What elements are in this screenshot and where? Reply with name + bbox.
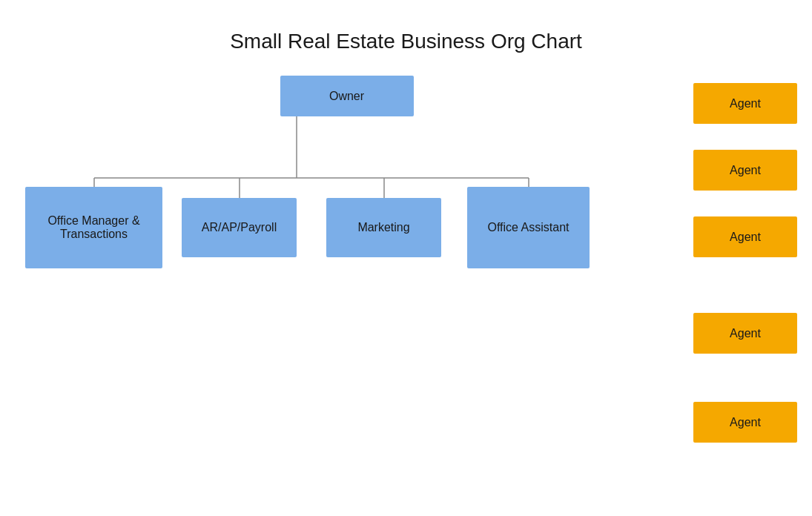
agent-node-5: Agent [693, 402, 797, 443]
marketing-node: Marketing [326, 198, 441, 257]
office-assistant-node: Office Assistant [467, 187, 590, 268]
connector-lines [0, 76, 812, 510]
agent-node-4: Agent [693, 313, 797, 354]
office-manager-node: Office Manager & Transactions [25, 187, 162, 268]
arap-label: AR/AP/Payroll [202, 221, 277, 234]
owner-node: Owner [280, 76, 414, 116]
marketing-label: Marketing [357, 221, 409, 234]
agent-node-3: Agent [693, 216, 797, 257]
page-title: Small Real Estate Business Org Chart [0, 0, 812, 76]
agent-label-5: Agent [730, 416, 761, 429]
office-assistant-label: Office Assistant [488, 221, 570, 234]
agent-node-1: Agent [693, 83, 797, 124]
agent-label-3: Agent [730, 231, 761, 244]
office-manager-label: Office Manager & Transactions [25, 214, 162, 241]
agent-label-1: Agent [730, 97, 761, 110]
arap-node: AR/AP/Payroll [182, 198, 297, 257]
agent-label-2: Agent [730, 164, 761, 177]
agent-node-2: Agent [693, 150, 797, 191]
agent-label-4: Agent [730, 327, 761, 340]
org-chart: Owner Office Manager & Transactions AR/A… [0, 76, 812, 510]
owner-label: Owner [329, 90, 364, 103]
